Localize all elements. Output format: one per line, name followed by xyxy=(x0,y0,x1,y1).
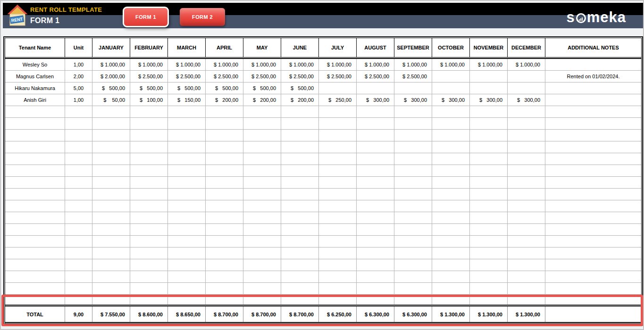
month-amount-cell[interactable] xyxy=(130,259,168,271)
month-amount-cell[interactable] xyxy=(206,177,243,189)
month-amount-cell[interactable] xyxy=(168,165,206,177)
month-amount-cell[interactable] xyxy=(470,295,508,305)
total-month-cell[interactable]: $ 1.300,00 xyxy=(432,306,470,322)
month-amount-cell[interactable] xyxy=(281,295,319,305)
month-amount-cell[interactable]: $ 2.500,00 xyxy=(281,71,319,82)
month-amount-cell[interactable] xyxy=(243,189,281,200)
column-header-february[interactable]: FEBRUARY xyxy=(130,38,168,57)
month-amount-cell[interactable] xyxy=(319,177,357,189)
total-month-cell[interactable]: $ 6.300,00 xyxy=(357,306,394,322)
month-amount-cell[interactable]: $ 200,00 xyxy=(281,94,319,106)
month-amount-cell[interactable] xyxy=(206,259,243,271)
month-amount-cell[interactable] xyxy=(168,200,206,212)
month-amount-cell[interactable] xyxy=(508,248,545,259)
month-amount-cell[interactable] xyxy=(508,118,545,130)
month-amount-cell[interactable]: $ 2.500,00 xyxy=(394,71,432,82)
month-amount-cell[interactable]: $ 150,00 xyxy=(168,94,206,106)
month-amount-cell[interactable] xyxy=(432,200,470,212)
month-amount-cell[interactable]: $ 200,00 xyxy=(243,94,281,106)
month-amount-cell[interactable] xyxy=(394,200,432,212)
month-amount-cell[interactable] xyxy=(508,259,545,271)
month-amount-cell[interactable] xyxy=(281,153,319,165)
month-amount-cell[interactable] xyxy=(319,189,357,200)
month-amount-cell[interactable] xyxy=(243,165,281,177)
month-amount-cell[interactable]: $ 300,00 xyxy=(394,94,432,106)
month-amount-cell[interactable] xyxy=(130,106,168,118)
month-amount-cell[interactable] xyxy=(319,118,357,130)
notes-cell[interactable] xyxy=(545,118,641,130)
total-unit-cell[interactable]: 9,00 xyxy=(65,306,92,322)
month-amount-cell[interactable] xyxy=(92,106,130,118)
tenant-name-cell[interactable] xyxy=(5,130,65,141)
month-amount-cell[interactable] xyxy=(281,177,319,189)
month-amount-cell[interactable] xyxy=(357,236,394,248)
notes-cell[interactable] xyxy=(545,248,641,259)
month-amount-cell[interactable] xyxy=(357,118,394,130)
column-header-unit[interactable]: Unit xyxy=(65,38,92,57)
tenant-name-cell[interactable] xyxy=(5,259,65,271)
month-amount-cell[interactable] xyxy=(281,283,319,295)
month-amount-cell[interactable] xyxy=(432,71,470,82)
month-amount-cell[interactable] xyxy=(394,130,432,141)
month-amount-cell[interactable]: $ 250,00 xyxy=(319,94,357,106)
notes-cell[interactable] xyxy=(545,200,641,212)
unit-cell[interactable] xyxy=(65,236,92,248)
month-amount-cell[interactable] xyxy=(470,82,508,94)
column-header-december[interactable]: DECEMBER xyxy=(508,38,545,57)
month-amount-cell[interactable] xyxy=(130,153,168,165)
tenant-name-cell[interactable] xyxy=(5,118,65,130)
tenant-name-cell[interactable] xyxy=(5,283,65,295)
notes-cell[interactable] xyxy=(545,295,641,305)
tenant-name-cell[interactable] xyxy=(5,106,65,118)
notes-cell[interactable] xyxy=(545,141,641,153)
month-amount-cell[interactable] xyxy=(432,283,470,295)
month-amount-cell[interactable] xyxy=(92,236,130,248)
month-amount-cell[interactable] xyxy=(394,259,432,271)
notes-cell[interactable] xyxy=(545,59,641,71)
total-month-cell[interactable]: $ 8.650,00 xyxy=(168,306,206,322)
month-amount-cell[interactable] xyxy=(394,118,432,130)
month-amount-cell[interactable] xyxy=(243,224,281,236)
column-header-october[interactable]: OCTOBER xyxy=(432,38,470,57)
month-amount-cell[interactable] xyxy=(281,224,319,236)
month-amount-cell[interactable] xyxy=(168,259,206,271)
month-amount-cell[interactable] xyxy=(243,177,281,189)
month-amount-cell[interactable] xyxy=(243,130,281,141)
month-amount-cell[interactable] xyxy=(319,271,357,283)
unit-cell[interactable] xyxy=(65,271,92,283)
month-amount-cell[interactable] xyxy=(206,130,243,141)
month-amount-cell[interactable] xyxy=(470,106,508,118)
month-amount-cell[interactable] xyxy=(168,236,206,248)
month-amount-cell[interactable] xyxy=(357,248,394,259)
month-amount-cell[interactable] xyxy=(432,153,470,165)
month-amount-cell[interactable] xyxy=(319,236,357,248)
tenant-name-cell[interactable] xyxy=(5,295,65,305)
notes-cell[interactable] xyxy=(545,259,641,271)
month-amount-cell[interactable] xyxy=(470,118,508,130)
month-amount-cell[interactable] xyxy=(357,295,394,305)
month-amount-cell[interactable] xyxy=(168,130,206,141)
unit-cell[interactable] xyxy=(65,165,92,177)
tenant-name-cell[interactable] xyxy=(5,248,65,259)
month-amount-cell[interactable] xyxy=(394,236,432,248)
month-amount-cell[interactable] xyxy=(508,153,545,165)
month-amount-cell[interactable] xyxy=(281,130,319,141)
month-amount-cell[interactable] xyxy=(394,224,432,236)
month-amount-cell[interactable] xyxy=(357,224,394,236)
month-amount-cell[interactable] xyxy=(394,283,432,295)
month-amount-cell[interactable] xyxy=(281,200,319,212)
month-amount-cell[interactable] xyxy=(394,189,432,200)
month-amount-cell[interactable] xyxy=(432,271,470,283)
month-amount-cell[interactable] xyxy=(394,165,432,177)
month-amount-cell[interactable] xyxy=(206,189,243,200)
month-amount-cell[interactable] xyxy=(206,118,243,130)
column-header-tenant-name[interactable]: Tenant Name xyxy=(5,38,65,57)
tenant-name-cell[interactable] xyxy=(5,189,65,200)
month-amount-cell[interactable] xyxy=(357,165,394,177)
month-amount-cell[interactable] xyxy=(508,165,545,177)
month-amount-cell[interactable] xyxy=(92,283,130,295)
month-amount-cell[interactable] xyxy=(168,283,206,295)
month-amount-cell[interactable] xyxy=(130,165,168,177)
month-amount-cell[interactable] xyxy=(281,118,319,130)
total-month-cell[interactable]: $ 8.700,00 xyxy=(206,306,243,322)
